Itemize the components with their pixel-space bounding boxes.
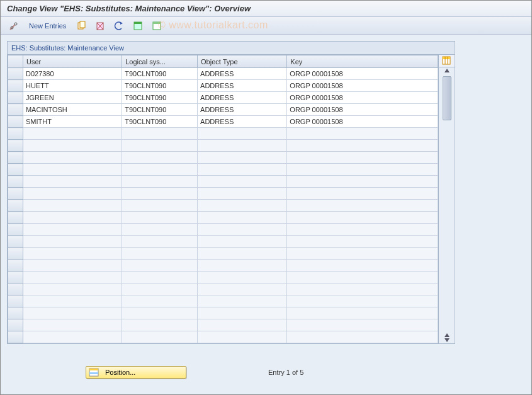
table-row-empty[interactable] (8, 331, 438, 343)
cell-empty[interactable] (287, 152, 438, 164)
cell-empty[interactable] (198, 248, 287, 260)
row-selector[interactable] (8, 283, 23, 295)
new-entries-button[interactable]: New Entries (25, 20, 71, 32)
cell-empty[interactable] (122, 128, 198, 140)
table-row[interactable]: D027380T90CLNT090ADDRESSORGP 00001508 (8, 68, 438, 80)
cell-empty[interactable] (198, 164, 287, 176)
cell-empty[interactable] (122, 236, 198, 248)
copy-as-button[interactable] (73, 20, 89, 32)
table-row-empty[interactable] (8, 140, 438, 152)
cell-empty[interactable] (23, 272, 122, 283)
cell-empty[interactable] (287, 307, 438, 319)
cell-empty[interactable] (198, 331, 287, 343)
position-button[interactable]: Position... (86, 366, 186, 379)
table-row-empty[interactable] (8, 212, 438, 224)
cell-empty[interactable] (122, 260, 198, 272)
cell-empty[interactable] (23, 283, 122, 295)
cell-empty[interactable] (287, 248, 438, 260)
table-row-empty[interactable] (8, 248, 438, 260)
cell-empty[interactable] (198, 319, 287, 331)
cell-key[interactable]: ORGP 00001508 (287, 92, 438, 104)
cell-empty[interactable] (122, 319, 198, 331)
cell-user[interactable]: D027380 (23, 68, 122, 80)
table-row-empty[interactable] (8, 307, 438, 319)
cell-empty[interactable] (122, 272, 198, 283)
cell-empty[interactable] (122, 200, 198, 212)
cell-key[interactable]: ORGP 00001508 (287, 80, 438, 92)
row-selector[interactable] (8, 200, 23, 212)
cell-empty[interactable] (198, 283, 287, 295)
row-selector[interactable] (8, 104, 23, 116)
row-selector[interactable] (8, 176, 23, 188)
cell-object-type[interactable]: ADDRESS (198, 92, 287, 104)
cell-empty[interactable] (198, 260, 287, 272)
cell-object-type[interactable]: ADDRESS (198, 80, 287, 92)
cell-empty[interactable] (287, 188, 438, 200)
row-selector[interactable] (8, 224, 23, 236)
cell-empty[interactable] (198, 140, 287, 152)
cell-empty[interactable] (198, 272, 287, 283)
cell-empty[interactable] (287, 140, 438, 152)
scroll-thumb[interactable] (443, 76, 451, 120)
cell-logical-system[interactable]: T90CLNT090 (122, 92, 198, 104)
cell-empty[interactable] (122, 164, 198, 176)
cell-empty[interactable] (287, 224, 438, 236)
cell-empty[interactable] (198, 152, 287, 164)
cell-empty[interactable] (122, 307, 198, 319)
selector-header[interactable] (8, 55, 23, 68)
vertical-scrollbar[interactable] (439, 67, 455, 343)
table-row-empty[interactable] (8, 272, 438, 283)
cell-empty[interactable] (23, 200, 122, 212)
cell-empty[interactable] (287, 128, 438, 140)
cell-key[interactable]: ORGP 00001508 (287, 68, 438, 80)
cell-empty[interactable] (198, 188, 287, 200)
cell-logical-system[interactable]: T90CLNT090 (122, 80, 198, 92)
cell-empty[interactable] (122, 224, 198, 236)
table-row-empty[interactable] (8, 188, 438, 200)
cell-empty[interactable] (23, 152, 122, 164)
row-selector[interactable] (8, 164, 23, 176)
cell-key[interactable]: ORGP 00001508 (287, 116, 438, 128)
row-selector[interactable] (8, 331, 23, 343)
cell-empty[interactable] (23, 140, 122, 152)
cell-empty[interactable] (287, 200, 438, 212)
table-config-button[interactable] (439, 55, 455, 67)
table-row[interactable]: HUETTT90CLNT090ADDRESSORGP 00001508 (8, 80, 438, 92)
cell-empty[interactable] (122, 283, 198, 295)
row-selector[interactable] (8, 92, 23, 104)
table-row-empty[interactable] (8, 164, 438, 176)
col-header-logical-system[interactable]: Logical sys... (122, 55, 198, 68)
table-row[interactable]: SMITHTT90CLNT090ADDRESSORGP 00001508 (8, 116, 438, 128)
cell-empty[interactable] (23, 128, 122, 140)
delete-button[interactable] (92, 20, 108, 32)
cell-empty[interactable] (287, 331, 438, 343)
table-row-empty[interactable] (8, 295, 438, 307)
row-selector[interactable] (8, 116, 23, 128)
table-row-empty[interactable] (8, 236, 438, 248)
deselect-all-button[interactable] (149, 20, 165, 32)
cell-object-type[interactable]: ADDRESS (198, 68, 287, 80)
cell-object-type[interactable]: ADDRESS (198, 104, 287, 116)
cell-empty[interactable] (23, 260, 122, 272)
cell-empty[interactable] (287, 319, 438, 331)
cell-empty[interactable] (122, 152, 198, 164)
cell-empty[interactable] (198, 295, 287, 307)
cell-empty[interactable] (287, 176, 438, 188)
cell-object-type[interactable]: ADDRESS (198, 116, 287, 128)
cell-empty[interactable] (122, 176, 198, 188)
row-selector[interactable] (8, 128, 23, 140)
table-row-empty[interactable] (8, 319, 438, 331)
cell-user[interactable]: JGREEN (23, 92, 122, 104)
cell-empty[interactable] (122, 295, 198, 307)
row-selector[interactable] (8, 248, 23, 260)
cell-empty[interactable] (287, 212, 438, 224)
cell-empty[interactable] (23, 307, 122, 319)
cell-empty[interactable] (287, 164, 438, 176)
scroll-page-up-icon[interactable] (444, 333, 450, 337)
row-selector[interactable] (8, 152, 23, 164)
table-row-empty[interactable] (8, 224, 438, 236)
cell-empty[interactable] (122, 188, 198, 200)
row-selector[interactable] (8, 272, 23, 283)
cell-empty[interactable] (198, 212, 287, 224)
row-selector[interactable] (8, 140, 23, 152)
